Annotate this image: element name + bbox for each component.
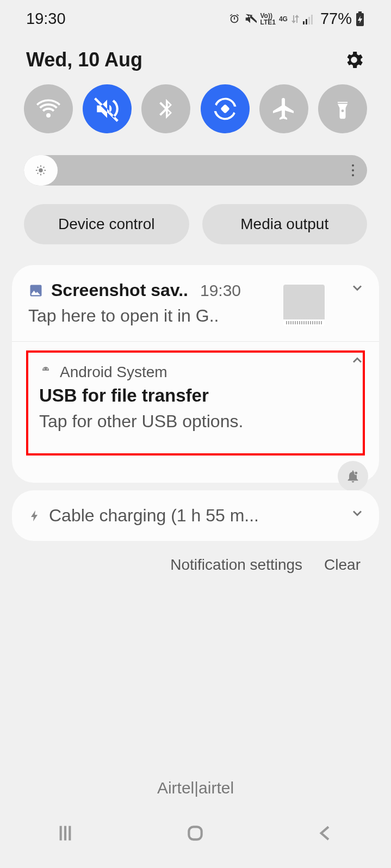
notification-screenshot[interactable]: Screenshot sav.. 19:30 Tap here to open … — [12, 265, 379, 342]
status-bar: 19:30 Vo)) LTE1 4G 77% — [0, 0, 391, 32]
battery-icon — [355, 11, 365, 27]
brightness-menu-icon[interactable] — [352, 164, 354, 176]
battery-percent: 77% — [320, 10, 352, 28]
notification-settings-link[interactable]: Notification settings — [170, 556, 302, 574]
svg-line-16 — [44, 167, 45, 168]
svg-rect-5 — [358, 11, 362, 14]
svg-line-15 — [38, 173, 39, 174]
chevron-up-icon[interactable] — [350, 353, 365, 370]
settings-gear-icon[interactable] — [343, 49, 365, 71]
home-button[interactable] — [184, 822, 206, 846]
auto-rotate-toggle[interactable] — [201, 84, 250, 133]
carrier-label: Airtel|airtel — [0, 779, 391, 797]
notification-app-label: Android System — [60, 364, 167, 381]
notification-usb[interactable]: Android System USB for file transfer Tap… — [12, 342, 379, 483]
date-text: Wed, 10 Aug — [26, 48, 142, 71]
volte-indicator: Vo)) LTE1 — [260, 13, 275, 26]
chevron-down-icon[interactable] — [350, 506, 365, 523]
svg-rect-0 — [303, 21, 305, 24]
signal-icon — [303, 14, 315, 24]
alarm-icon — [228, 13, 240, 25]
brightness-row — [0, 141, 391, 191]
svg-point-19 — [47, 368, 48, 370]
flashlight-toggle[interactable] — [318, 84, 367, 133]
notification-time: 19:30 — [200, 281, 241, 300]
mute-vibrate-icon — [244, 13, 257, 25]
status-icons: Vo)) LTE1 4G 77% — [228, 10, 365, 28]
airplane-toggle[interactable] — [259, 84, 308, 133]
notification-body: Tap for other USB options. — [39, 411, 352, 432]
svg-rect-1 — [306, 19, 307, 24]
image-icon — [28, 283, 44, 298]
notification-card: Screenshot sav.. 19:30 Tap here to open … — [12, 265, 379, 483]
notification-title: Screenshot sav.. — [51, 280, 188, 300]
footer-links: Notification settings Clear — [0, 541, 391, 589]
android-icon — [39, 366, 52, 379]
svg-rect-3 — [311, 15, 313, 24]
screenshot-thumbnail[interactable] — [283, 285, 325, 326]
svg-point-21 — [355, 472, 358, 475]
svg-point-7 — [342, 109, 344, 112]
notification-title: Cable charging (1 h 55 m... — [49, 506, 259, 526]
notification-body: Tap here to open it in G.. — [28, 306, 257, 326]
back-button[interactable] — [315, 822, 337, 846]
navigation-bar — [0, 822, 391, 846]
notification-title: USB for file transfer — [39, 385, 352, 406]
lightning-icon — [28, 508, 41, 524]
device-control-button[interactable]: Device control — [24, 204, 189, 244]
chevron-down-icon[interactable] — [350, 280, 365, 298]
network-type: 4G — [279, 16, 288, 22]
data-arrows-icon — [291, 14, 300, 24]
quick-settings-row — [0, 77, 391, 141]
svg-line-14 — [44, 173, 45, 174]
date-row: Wed, 10 Aug — [0, 32, 391, 77]
pill-row: Device control Media output — [0, 191, 391, 257]
sound-toggle[interactable] — [83, 84, 132, 133]
notification-settings-bell-icon[interactable] — [338, 461, 368, 491]
clear-button[interactable]: Clear — [324, 556, 361, 574]
svg-rect-6 — [220, 104, 230, 114]
brightness-thumb[interactable] — [24, 155, 58, 186]
svg-rect-2 — [308, 17, 310, 24]
svg-point-18 — [44, 368, 45, 370]
svg-point-8 — [39, 168, 42, 172]
bluetooth-toggle[interactable] — [141, 84, 190, 133]
notification-charging[interactable]: Cable charging (1 h 55 m... — [12, 490, 379, 541]
status-time: 19:30 — [26, 10, 66, 28]
media-output-button[interactable]: Media output — [202, 204, 368, 244]
recents-button[interactable] — [54, 822, 76, 846]
svg-rect-25 — [189, 827, 202, 839]
svg-line-13 — [38, 167, 39, 168]
brightness-slider[interactable] — [24, 155, 367, 186]
wifi-toggle[interactable] — [24, 84, 73, 133]
highlight-annotation: Android System USB for file transfer Tap… — [26, 350, 365, 455]
